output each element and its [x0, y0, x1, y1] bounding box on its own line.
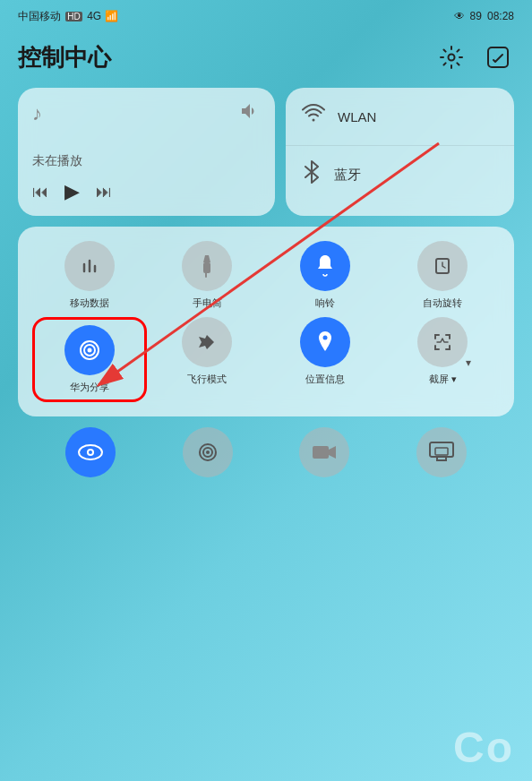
bottom-row: [18, 427, 514, 477]
eye-status-icon: 👁: [454, 10, 465, 22]
svg-rect-15: [313, 446, 329, 459]
screenshot-icon: ▾: [417, 317, 468, 367]
toggle-wireless-cast[interactable]: [183, 427, 233, 477]
svg-rect-3: [203, 262, 210, 273]
toggle-auto-rotate[interactable]: 自动旋转: [386, 241, 501, 310]
wifi-icon: [302, 102, 325, 131]
toggle-huawei-share[interactable]: 华为分享: [32, 317, 147, 402]
toggle-ring[interactable]: 响铃: [268, 241, 382, 310]
bluetooth-label: 蓝牙: [334, 167, 361, 184]
svg-point-2: [313, 119, 315, 122]
play-button[interactable]: ▶: [64, 180, 80, 203]
status-bar: 中国移动 HD 4G 📶 👁 89 08:28: [0, 0, 532, 32]
mobile-data-label: 移动数据: [70, 296, 109, 310]
network-card: WLAN 蓝牙: [286, 88, 514, 216]
airplane-icon: [182, 317, 232, 367]
ring-icon: [300, 241, 350, 291]
toggle-screen-mirror[interactable]: [416, 427, 467, 477]
video-camera-icon: [299, 427, 349, 477]
toggle-location[interactable]: 位置信息: [268, 317, 382, 402]
svg-point-0: [449, 55, 455, 61]
toggle-airplane[interactable]: 飞行模式: [150, 317, 265, 402]
screen-mirror-icon: [416, 427, 467, 477]
flashlight-label: 手电筒: [193, 296, 222, 310]
bluetooth-icon: [302, 160, 322, 189]
media-status: 未在播放: [32, 153, 261, 169]
wlan-row[interactable]: WLAN: [286, 88, 514, 146]
wireless-cast-icon: [183, 427, 233, 477]
toggle-card: 移动数据 手电筒: [18, 227, 514, 416]
top-cards-row: ♪ 未在播放 ⏮ ▶ ⏭: [18, 88, 514, 216]
wlan-label: WLAN: [338, 109, 376, 124]
toggle-mobile-data[interactable]: 移动数据: [32, 241, 147, 310]
battery-indicator: 89: [470, 10, 482, 22]
edit-button[interactable]: [482, 41, 514, 73]
toggle-flashlight[interactable]: 手电筒: [150, 241, 265, 310]
svg-rect-1: [488, 47, 508, 67]
media-card: ♪ 未在播放 ⏮ ▶ ⏭: [18, 88, 275, 216]
huawei-share-label: 华为分享: [70, 381, 109, 394]
location-label: 位置信息: [305, 373, 345, 386]
carrier-text: 中国移动 HD 4G 📶: [18, 9, 118, 24]
svg-rect-17: [435, 448, 448, 455]
prev-button[interactable]: ⏮: [32, 183, 48, 202]
gear-icon: [439, 45, 464, 70]
sound-wave-icon: [239, 100, 261, 126]
auto-rotate-label: 自动旋转: [423, 296, 462, 310]
settings-button[interactable]: [435, 41, 468, 73]
flashlight-icon: [182, 241, 232, 291]
next-button[interactable]: ⏭: [96, 183, 112, 202]
header-icons: [435, 41, 514, 73]
control-center: 控制中心 ♪: [0, 32, 532, 477]
svg-point-7: [87, 348, 91, 353]
mobile-data-icon: [64, 241, 115, 291]
dropdown-arrow-icon: ▾: [466, 356, 471, 369]
toggle-eye-comfort[interactable]: [65, 427, 116, 477]
edit-icon: [485, 45, 511, 70]
title-row: 控制中心: [18, 41, 514, 73]
toggle-screenshot[interactable]: ▾ 截屏 ▾: [386, 317, 501, 402]
page-title: 控制中心: [18, 42, 111, 73]
location-icon: [300, 317, 350, 367]
airplane-label: 飞行模式: [187, 373, 227, 386]
eye-comfort-icon: [65, 427, 116, 477]
toggle-grid: 移动数据 手电筒: [32, 241, 500, 402]
toggle-video-camera[interactable]: [299, 427, 349, 477]
ring-label: 响铃: [315, 296, 335, 310]
time-display: 08:28: [487, 10, 514, 22]
svg-point-14: [206, 451, 210, 454]
svg-point-8: [322, 336, 327, 340]
media-controls: ⏮ ▶ ⏭: [32, 180, 261, 203]
watermark-text: Co: [435, 714, 532, 781]
svg-point-11: [89, 451, 92, 454]
screenshot-label: 截屏 ▾: [429, 373, 457, 386]
music-note-icon: ♪: [32, 102, 42, 125]
bluetooth-row[interactable]: 蓝牙: [286, 146, 514, 203]
status-right: 👁 89 08:28: [454, 10, 514, 22]
auto-rotate-icon: [417, 241, 468, 291]
huawei-share-icon: [64, 325, 115, 375]
